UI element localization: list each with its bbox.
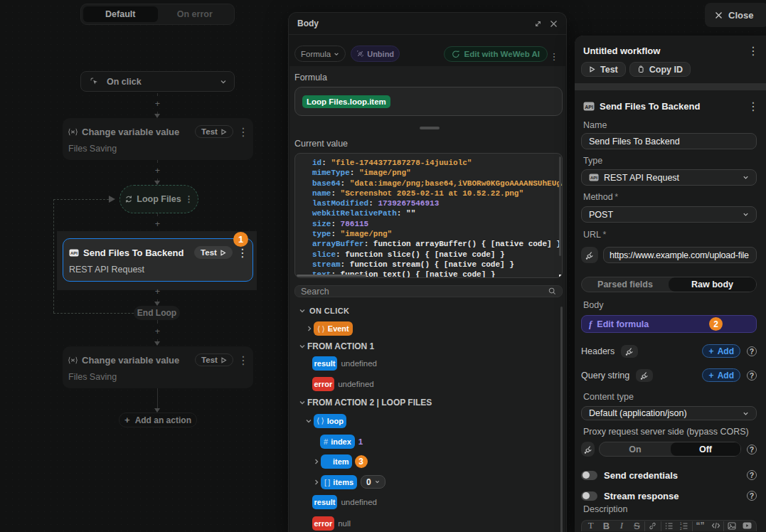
svg-text:API: API	[70, 251, 78, 255]
svg-text:API: API	[585, 105, 593, 110]
svg-text:1: 1	[680, 522, 682, 526]
svg-text:2: 2	[680, 526, 682, 530]
svg-text:API: API	[590, 176, 597, 180]
